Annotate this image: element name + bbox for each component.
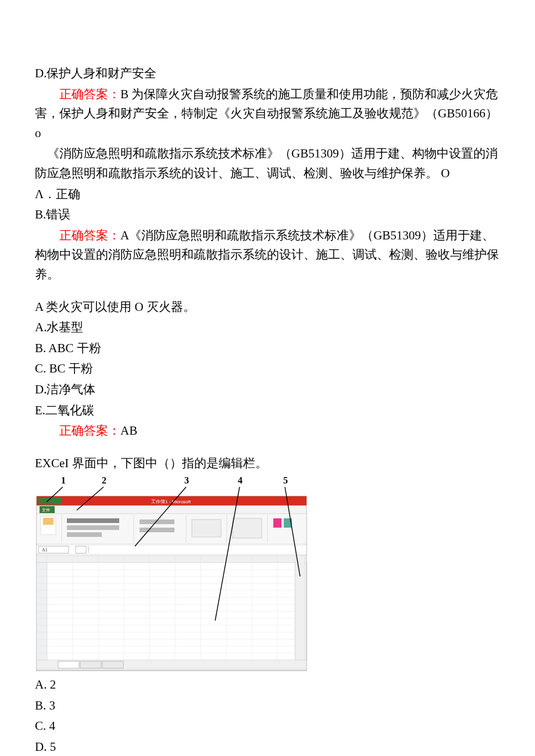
q3-option-e: E.二氧化碳 — [35, 401, 500, 421]
q4-option-a: A. 2 — [35, 675, 500, 695]
svg-rect-9 — [43, 518, 54, 525]
svg-rect-55 — [295, 556, 305, 660]
pointer-label-3: 3 — [184, 475, 189, 485]
q4-option-d: D. 5 — [35, 737, 500, 756]
excel-diagram-svg: 工作簿1 - Microsoft 文件 — [35, 475, 308, 673]
pointer-label-2: 2 — [102, 475, 106, 485]
excel-screenshot: 工作簿1 - Microsoft 文件 — [35, 475, 308, 673]
pointer-label-1: 1 — [61, 475, 66, 485]
svg-rect-15 — [67, 518, 119, 523]
svg-rect-27 — [76, 546, 86, 553]
q3-answer: 正确答案：AB — [35, 421, 500, 441]
q4-option-c: C. 4 — [35, 716, 500, 736]
svg-rect-22 — [273, 518, 281, 528]
svg-rect-21 — [233, 518, 262, 538]
q3-option-a: A.水基型 — [35, 318, 500, 338]
svg-text:A1: A1 — [42, 547, 48, 553]
svg-rect-59 — [102, 661, 123, 668]
answer-label: 正确答案： — [59, 87, 120, 101]
q1-option-d: D.保护人身和财产安全 — [35, 64, 500, 84]
q4-option-b: B. 3 — [35, 696, 500, 716]
q3-option-d: D.洁净气体 — [35, 380, 500, 400]
q3-option-b: B. ABC 干粉 — [35, 339, 500, 359]
svg-text:文件: 文件 — [42, 508, 50, 513]
q1-answer: 正确答案：B 为保障火灾自动报警系统的施工质量和使用功能，预防和减少火灾危害，保… — [35, 85, 500, 144]
pointer-label-5: 5 — [283, 475, 288, 485]
svg-rect-19 — [140, 528, 174, 532]
q2-answer: 正确答案：A《消防应急照明和疏散指示系统技术标准》（GB51309）适用于建、构… — [35, 226, 500, 285]
q2-option-a: Λ．正确 — [35, 185, 500, 205]
svg-rect-57 — [58, 661, 79, 668]
q4-stem: EXCeI 界面中，下图中（）指的是编辑栏。 — [35, 454, 500, 474]
svg-rect-17 — [67, 532, 102, 537]
q3-option-c: C. BC 干粉 — [35, 359, 500, 379]
svg-rect-29 — [37, 556, 306, 562]
svg-rect-58 — [80, 661, 101, 668]
answer-label: 正确答案： — [59, 424, 120, 438]
q3-stem: A 类火灾可以使用 O 灭火器。 — [35, 298, 500, 317]
q2-stem: 《消防应急照明和疏散指示系统技术标准》（GB51309）适用于建、构物中设置的消… — [35, 144, 500, 183]
svg-rect-20 — [192, 519, 221, 537]
q3-answer-text: AB — [120, 424, 137, 438]
svg-rect-16 — [67, 525, 119, 530]
pointer-label-4: 4 — [238, 475, 242, 485]
q2-option-b: B.错误 — [35, 205, 500, 225]
answer-label: 正确答案： — [59, 228, 120, 242]
